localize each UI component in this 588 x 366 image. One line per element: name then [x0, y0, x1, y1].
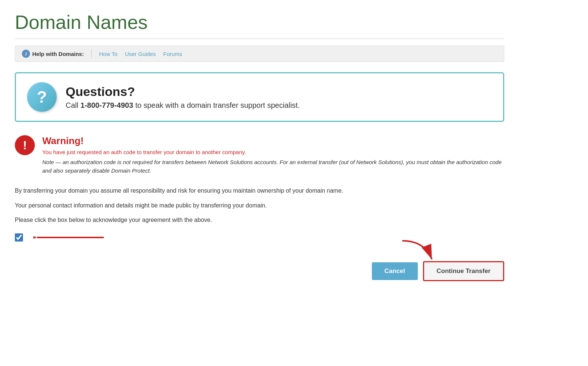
- body-paragraph-1: By transferring your domain you assume a…: [15, 186, 504, 196]
- forums-link[interactable]: Forums: [163, 51, 182, 57]
- warning-icon: !: [15, 135, 35, 155]
- warning-subtext: You have just requested an auth code to …: [42, 149, 504, 155]
- arrow-right-annotation: [380, 237, 439, 267]
- questions-box: ? Questions? Call 1-800-779-4903 to spea…: [15, 72, 504, 122]
- body-paragraph-3: Please click the box below to acknowledg…: [15, 215, 504, 225]
- warning-content: Warning! You have just requested an auth…: [42, 135, 504, 175]
- question-mark-icon: ?: [27, 82, 57, 112]
- user-guides-link[interactable]: User Guides: [125, 51, 156, 57]
- bottom-section: By transferring your domain you assume a…: [15, 186, 504, 281]
- acknowledge-checkbox[interactable]: [15, 233, 23, 242]
- phone-number: 1-800-779-4903: [80, 101, 133, 109]
- questions-body: Call 1-800-779-4903 to speak with a doma…: [66, 101, 300, 110]
- help-bar: i Help with Domains: How To User Guides …: [15, 46, 504, 62]
- warning-note: Note — an authorization code is not requ…: [42, 158, 504, 175]
- arrow-left-annotation: [33, 230, 108, 246]
- help-divider: [91, 50, 92, 58]
- page-title: Domain Names: [15, 11, 504, 39]
- questions-text: Questions? Call 1-800-779-4903 to speak …: [66, 84, 300, 110]
- help-bar-text: Help with Domains:: [32, 51, 84, 57]
- info-icon: i: [22, 50, 30, 58]
- warning-section: ! Warning! You have just requested an au…: [15, 135, 504, 175]
- questions-heading: Questions?: [66, 84, 300, 99]
- checkbox-wrapper: [15, 233, 23, 243]
- how-to-link[interactable]: How To: [99, 51, 118, 57]
- help-bar-label: i Help with Domains:: [22, 50, 84, 58]
- warning-heading: Warning!: [42, 135, 504, 147]
- body-paragraph-2: Your personal contact information and de…: [15, 201, 504, 210]
